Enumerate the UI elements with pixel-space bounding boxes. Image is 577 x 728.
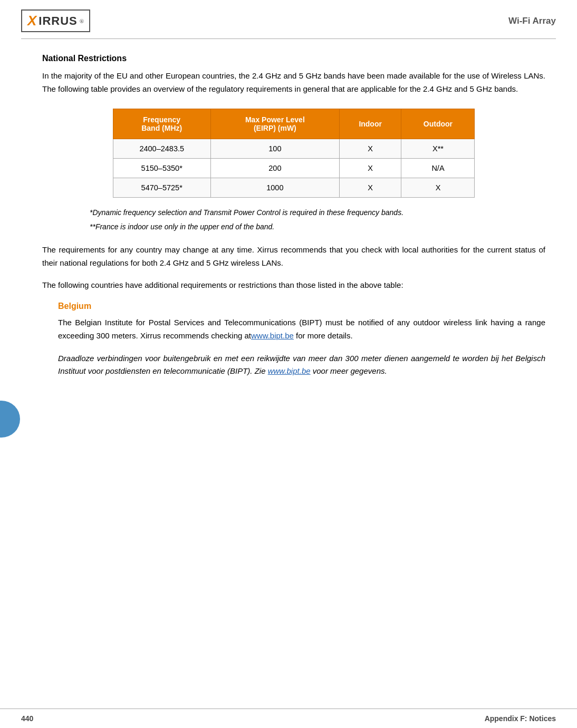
footnote-1: *Dynamic frequency selection and Transmi… [90,207,545,219]
footnote-2: **France is indoor use only in the upper… [90,221,545,233]
logo-irrus-text: IRRUS [39,14,77,28]
table-cell-1-1: 200 [210,158,339,178]
table-body: 2400–2483.5100XX**5150–5350*200XN/A5470–… [113,139,475,197]
footer-page-number: 440 [21,714,33,723]
footer-section-label: Appendix F: Notices [485,714,556,723]
table-cell-2-2: X [339,178,401,197]
logo-registered: ® [80,18,84,24]
col-header-indoor: Indoor [339,109,401,139]
logo-box: X IRRUS ® [21,9,90,32]
table-cell-1-2: X [339,158,401,178]
bipt-link-2[interactable]: www.bipt.be [268,366,311,375]
table-cell-0-3: X** [401,139,475,158]
table-cell-1-0: 5150–5350* [113,158,210,178]
bipt-link-1[interactable]: www.bipt.be [251,331,294,340]
belgium-heading: Belgium [58,302,545,311]
belgium-section: Belgium The Belgian Institute for Postal… [58,302,545,378]
col-header-frequency: FrequencyBand (MHz) [113,109,210,139]
belgium-italic-paragraph: Draadloze verbindingen voor buitengebrui… [58,352,545,378]
table-cell-2-1: 1000 [210,178,339,197]
body-paragraph-1: The requirements for any country may cha… [42,244,545,270]
table-cell-2-0: 5470–5725* [113,178,210,197]
table-cell-0-2: X [339,139,401,158]
page: X IRRUS ® Wi-Fi Array National Restricti… [0,0,577,728]
table-cell-1-3: N/A [401,158,475,178]
table-cell-2-3: X [401,178,475,197]
belgium-paragraph-1: The Belgian Institute for Postal Service… [58,316,545,343]
footnotes-block: *Dynamic frequency selection and Transmi… [58,207,545,233]
header-title: Wi-Fi Array [508,16,556,26]
main-content: National Restrictions In the majority of… [0,39,577,425]
table-header-row: FrequencyBand (MHz) Max Power Level(EIRP… [113,109,475,139]
col-header-power: Max Power Level(EIRP) (mW) [210,109,339,139]
table-cell-0-0: 2400–2483.5 [113,139,210,158]
header: X IRRUS ® Wi-Fi Array [0,0,577,38]
table-cell-0-1: 100 [210,139,339,158]
logo-area: X IRRUS ® [21,9,90,32]
table-row: 5470–5725*1000XX [113,178,475,197]
col-header-outdoor: Outdoor [401,109,475,139]
frequency-table: FrequencyBand (MHz) Max Power Level(EIRP… [113,109,475,198]
table-row: 5150–5350*200XN/A [113,158,475,178]
footer: 440 Appendix F: Notices [0,708,577,728]
logo-x-letter: X [27,13,36,29]
belgium-italic-end: voor meer gegevens. [311,366,387,375]
belgium-p1-end: for more details. [294,331,353,340]
body-paragraph-2: The following countries have additional … [42,279,545,292]
section-heading: National Restrictions [42,54,545,63]
frequency-table-wrapper: FrequencyBand (MHz) Max Power Level(EIRP… [113,109,475,198]
intro-paragraph: In the majority of the EU and other Euro… [42,70,545,96]
table-row: 2400–2483.5100XX** [113,139,475,158]
